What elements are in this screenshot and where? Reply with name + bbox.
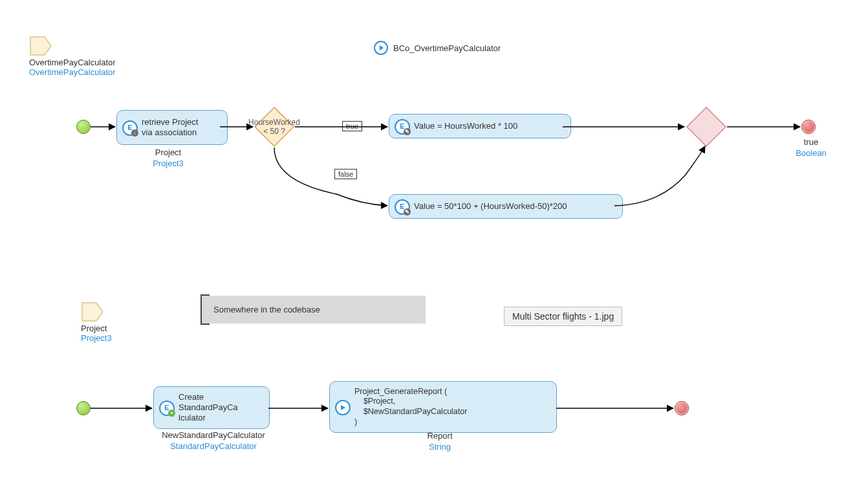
activity-value-true[interactable]: E✎ Value = HoursWorked * 100 <box>389 114 571 138</box>
merge-gateway[interactable] <box>686 106 727 148</box>
svg-marker-4 <box>341 405 345 410</box>
parameter-icon <box>29 36 52 56</box>
activity-text: retrieve Project via association <box>142 117 198 138</box>
start-event[interactable] <box>76 120 91 134</box>
annotation-text: Somewhere in the codebase <box>213 305 320 314</box>
caption-retrieve: Project Project3 <box>136 148 201 170</box>
decision-hoursworked[interactable]: HourseWorked < 50 ? <box>254 106 295 148</box>
caption-name: Project <box>136 148 201 159</box>
svg-marker-3 <box>82 303 103 321</box>
retrieve-icon: E↓ <box>122 120 136 135</box>
caption-type: Project3 <box>136 159 201 170</box>
caption-name: NewStandardPayCalculator <box>149 430 278 441</box>
param-name: OvertimePayCalculator <box>29 58 116 67</box>
create-icon: E+ <box>159 400 173 415</box>
caption-type: String <box>401 442 479 453</box>
play-icon <box>374 41 388 55</box>
flow-title: BCo_OvertimePayCalculator <box>374 41 501 55</box>
file-tooltip-text: Multi Sector flights - 1.jpg <box>512 311 614 322</box>
annotation-codebase: Somewhere in the codebase <box>201 296 426 323</box>
label-false: false <box>334 169 357 179</box>
param-overtimepaycalculator[interactable]: OvertimePayCalculator OvertimePayCalcula… <box>29 36 116 77</box>
param-name: Project <box>81 323 112 333</box>
param-type: Project3 <box>81 333 112 343</box>
caption-end: true Boolean <box>792 137 830 159</box>
param-project[interactable]: Project Project3 <box>81 301 112 343</box>
caption-name: Report <box>401 431 479 442</box>
param-type: OvertimePayCalculator <box>29 67 116 77</box>
decision-text: HourseWorked < 50 ? <box>254 106 295 148</box>
caption-create: NewStandardPayCalculator StandardPayCalc… <box>149 430 278 452</box>
end-event-2[interactable] <box>675 401 689 415</box>
file-tooltip: Multi Sector flights - 1.jpg <box>504 307 622 326</box>
svg-marker-2 <box>687 107 726 146</box>
microflow-call-icon <box>335 400 349 414</box>
caption-type: Boolean <box>792 148 830 159</box>
activity-text: Value = 50*100 + (HoursWorked-50)*200 <box>414 201 567 212</box>
activity-value-false[interactable]: E✎ Value = 50*100 + (HoursWorked-50)*200 <box>389 194 623 219</box>
change-icon: E✎ <box>395 119 409 133</box>
diamond-icon <box>686 106 727 148</box>
activity-text: Project_GenerateReport ( $Project, $NewS… <box>354 387 467 428</box>
activity-create[interactable]: E+ Create StandardPayCa lculator <box>153 386 270 429</box>
label-true: true <box>342 121 362 131</box>
activity-text: Value = HoursWorked * 100 <box>414 121 517 131</box>
caption-type: StandardPayCalculator <box>149 441 278 452</box>
change-icon: E✎ <box>395 199 409 214</box>
end-event[interactable] <box>801 120 816 134</box>
activity-retrieve-project[interactable]: E↓ retrieve Project via association <box>116 110 228 145</box>
parameter-icon <box>81 301 104 322</box>
caption-name: true <box>792 137 830 148</box>
activity-call-microflow[interactable]: Project_GenerateReport ( $Project, $NewS… <box>329 381 557 433</box>
start-event-2[interactable] <box>76 401 91 415</box>
activity-text: Create StandardPayCa lculator <box>179 392 238 424</box>
caption-call: Report String <box>401 431 479 453</box>
svg-marker-0 <box>30 37 51 55</box>
flow-title-text: BCo_OvertimePayCalculator <box>393 43 501 53</box>
